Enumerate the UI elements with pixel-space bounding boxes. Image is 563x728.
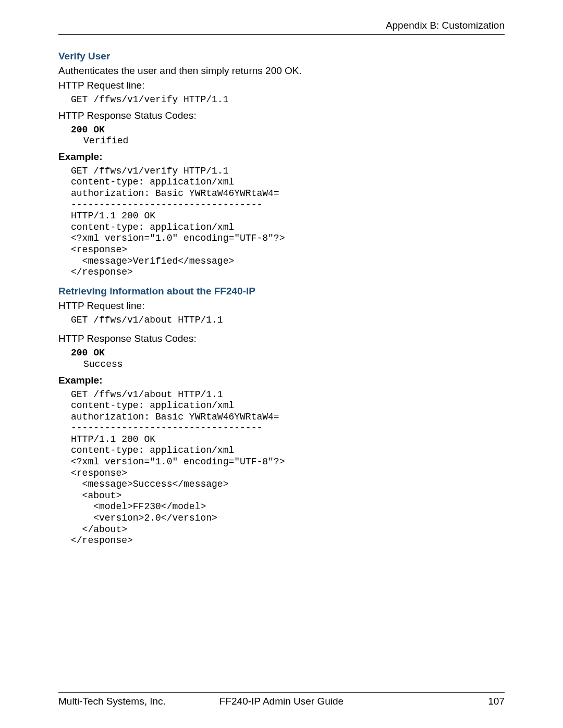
section1-example-block: GET /ffws/v1/verify HTTP/1.1 content-typ… [58,166,505,278]
footer-company: Multi-Tech Systems, Inc. [58,696,207,707]
section-heading-verify-user: Verify User [58,51,505,62]
section2-response-message: Success [58,359,505,371]
footer-page-number: 107 [356,696,505,707]
section1-response-code: 200 OK [58,125,505,136]
section2-response-code: 200 OK [58,348,505,359]
page-content: Appendix B: Customization Verify User Au… [0,0,563,547]
page-footer: Multi-Tech Systems, Inc. FF240-IP Admin … [58,692,505,707]
section2-request-label: HTTP Request line: [58,300,505,312]
section2-example-label: Example: [58,375,505,386]
footer-doc-title: FF240-IP Admin User Guide [207,696,356,707]
section1-example-label: Example: [58,151,505,163]
page-header: Appendix B: Customization [58,20,505,35]
header-title: Appendix B: Customization [386,20,505,31]
section1-description: Authenticates the user and then simply r… [58,65,505,77]
section1-response-label: HTTP Response Status Codes: [58,110,505,121]
section1-request-line: GET /ffws/v1/verify HTTP/1.1 [58,94,505,106]
section2-request-line: GET /ffws/v1/about HTTP/1.1 [58,315,505,326]
section1-request-label: HTTP Request line: [58,80,505,91]
section1-response-message: Verified [58,135,505,147]
section2-response-label: HTTP Response Status Codes: [58,333,505,344]
section2-example-block: GET /ffws/v1/about HTTP/1.1 content-type… [58,389,505,547]
section-heading-retrieving-info: Retrieving information about the FF240-I… [58,286,505,297]
